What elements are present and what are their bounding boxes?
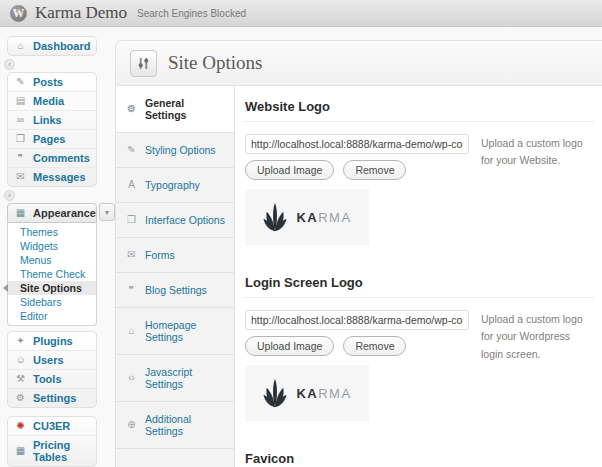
field-description: Upload a custom logo for your Wordpress … [481, 310, 594, 421]
settings-icon: ⚙ [14, 392, 27, 404]
pages-icon: ❐ [14, 133, 27, 145]
settings-tabs: ⚙General Settings✎Styling OptionsATypogr… [116, 86, 235, 467]
cu3er-icon: ✺ [14, 420, 27, 432]
sidebar-item-settings[interactable]: ⚙Settings [8, 389, 96, 407]
submenu-item-menus[interactable]: Menus [8, 253, 96, 267]
admin-sidebar: ⌂ Dashboard ‹ ✎Posts▤Media∞Links❐Pages❞C… [0, 27, 115, 467]
page-title: Site Options [168, 52, 262, 74]
tab-typography[interactable]: ATypography [116, 168, 234, 203]
website-logo-url-input[interactable] [245, 134, 469, 154]
tab-additional-settings[interactable]: ⊕Additional Settings [116, 402, 234, 449]
sidebar-item-label: Dashboard [33, 40, 90, 52]
home-icon: ⌂ [14, 40, 27, 52]
field-description: Upload a custom logo for your Website. [481, 134, 594, 245]
search-engines-blocked-link[interactable]: Search Engines Blocked [137, 8, 246, 19]
tab-homepage-settings[interactable]: ⌂Homepage Settings [116, 308, 234, 355]
sidebar-item-label: Comments [33, 152, 90, 164]
sidebar-item-label: Plugins [33, 335, 73, 347]
comment-bubble-icon: ❞ [125, 284, 138, 296]
wordpress-logo-icon[interactable]: W [10, 5, 27, 22]
karma-logo-text: KARMA [296, 210, 351, 225]
brush-icon: ✎ [125, 144, 138, 156]
admin-topbar: W Karma Demo Search Engines Blocked [0, 0, 602, 27]
tab-styling-options[interactable]: ✎Styling Options [116, 133, 234, 168]
home-icon: ⌂ [125, 325, 138, 337]
sidebar-item-label: Links [33, 114, 62, 126]
sidebar-item-label: CU3ER [33, 420, 70, 432]
code-icon: ‹› [125, 372, 138, 384]
sidebar-item-label: Pages [33, 133, 65, 145]
remove-button[interactable]: Remove [343, 336, 406, 356]
tools-icon: ⚒ [14, 373, 27, 385]
plus-circle-icon: ⊕ [125, 419, 138, 431]
sidebar-item-media[interactable]: ▤Media [8, 92, 96, 111]
appearance-icon: ▦ [14, 207, 27, 219]
karma-logo-text: KARMA [296, 386, 351, 401]
sidebar-item-links[interactable]: ∞Links [8, 111, 96, 130]
upload-image-button[interactable]: Upload Image [245, 336, 334, 356]
tab-label: Additional Settings [145, 413, 228, 437]
section-title: Login Screen Logo [245, 275, 594, 298]
messages-icon: ✉ [14, 171, 27, 183]
site-name-link[interactable]: Karma Demo [35, 3, 127, 23]
tab-javascript-settings[interactable]: ‹›Javascript Settings [116, 355, 234, 402]
users-icon: ☺ [14, 354, 27, 366]
sidebar-collapse-icon[interactable]: ‹ [4, 59, 15, 70]
tab-label: Javascript Settings [145, 366, 228, 390]
plugin-icon: ✦ [14, 335, 27, 347]
tab-label: Homepage Settings [145, 319, 228, 343]
tab-general-settings[interactable]: ⚙General Settings [116, 86, 234, 133]
tab-forms[interactable]: ✉Forms [116, 238, 234, 273]
submenu-item-editor[interactable]: Editor [8, 309, 96, 323]
sidebar-item-label: Appearance [33, 207, 96, 219]
section-title: Favicon [245, 451, 594, 467]
sidebar-item-messages[interactable]: ✉Messages [8, 168, 96, 186]
login-screen-logo-url-input[interactable] [245, 310, 469, 330]
tab-interface-options[interactable]: ❐Interface Options [116, 203, 234, 238]
submenu-item-themes[interactable]: Themes [8, 225, 96, 239]
upload-image-button[interactable]: Upload Image [245, 160, 334, 180]
sidebar-item-plugins[interactable]: ✦Plugins [8, 332, 96, 351]
tab-label: General Settings [145, 97, 228, 121]
logo-preview: KARMA [245, 189, 369, 245]
sidebar-item-label: Users [33, 354, 64, 366]
section-website-logo: Website LogoUpload ImageRemove KARMAUplo… [245, 99, 594, 245]
site-options-sliders-icon [130, 50, 157, 77]
sidebar-item-label: Messages [33, 171, 86, 183]
sidebar-item-posts[interactable]: ✎Posts [8, 73, 96, 92]
appearance-dropdown-arrow-icon[interactable]: ▼ [99, 203, 115, 221]
page-header: Site Options [116, 41, 602, 86]
sidebar-item-pages[interactable]: ❐Pages [8, 130, 96, 149]
tab-blog-settings[interactable]: ❞Blog Settings [116, 273, 234, 308]
tab-label: Forms [145, 249, 175, 261]
submenu-item-site-options[interactable]: Site Options [8, 281, 96, 295]
comment-bubble-icon: ❞ [14, 152, 27, 164]
submenu-item-theme-check[interactable]: Theme Check [8, 267, 96, 281]
main-panel: Site Options ⚙General Settings✎Styling O… [115, 40, 602, 467]
tab-label: Blog Settings [145, 284, 207, 296]
sidebar-item-label: Tools [33, 373, 62, 385]
tab-label: Typography [145, 179, 200, 191]
sidebar-item-comments[interactable]: ❞Comments [8, 149, 96, 168]
sidebar-item-appearance[interactable]: ▦ Appearance [7, 203, 97, 223]
karma-leaf-icon [262, 378, 288, 408]
submenu-item-sidebars[interactable]: Sidebars [8, 295, 96, 309]
typography-icon: A [125, 179, 138, 191]
remove-button[interactable]: Remove [343, 160, 406, 180]
sidebar-item-cu3er[interactable]: ✺CU3ER [8, 417, 96, 436]
karma-leaf-icon [262, 202, 288, 232]
envelope-icon: ✉ [125, 249, 138, 261]
sidebar-item-dashboard[interactable]: ⌂ Dashboard [8, 37, 96, 55]
sidebar-item-pricing-tables[interactable]: ▦Pricing Tables [8, 436, 96, 466]
sidebar-item-label: Pricing Tables [33, 439, 92, 463]
sidebar-item-tools[interactable]: ⚒Tools [8, 370, 96, 389]
interface-icon: ❐ [125, 214, 138, 226]
tab-label: Styling Options [145, 144, 216, 156]
media-icon: ▤ [14, 95, 27, 107]
section-login-screen-logo: Login Screen LogoUpload ImageRemove KARM… [245, 275, 594, 421]
sidebar-item-users[interactable]: ☺Users [8, 351, 96, 370]
section-favicon: FaviconUpload ImageRemoveUpload a 16px x… [245, 451, 594, 467]
sidebar-collapse-icon[interactable]: ‹ [4, 190, 15, 201]
gear-icon: ⚙ [125, 103, 138, 115]
submenu-item-widgets[interactable]: Widgets [8, 239, 96, 253]
